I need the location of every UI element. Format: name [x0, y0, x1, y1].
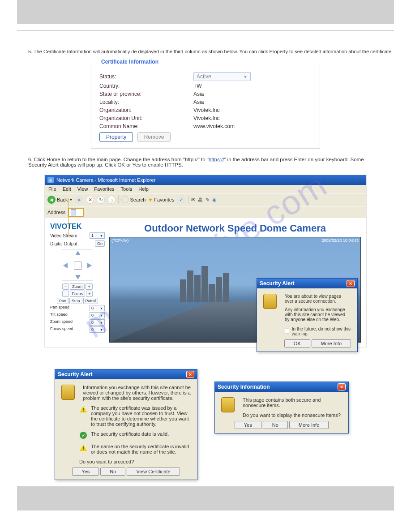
dialog2-item1: The security certificate was issued by a… — [91, 405, 191, 427]
messenger-button[interactable]: ◉ — [212, 197, 217, 203]
step6-text: 6. Click Home to return to the main page… — [17, 157, 394, 167]
pan-button[interactable]: Pan — [57, 298, 68, 304]
lock-icon — [221, 397, 235, 412]
zoom-speed-select[interactable]: 0▼ — [90, 319, 105, 326]
step5-text: 5. The Certificate Information will auto… — [17, 49, 394, 54]
focus-out-button[interactable]: – — [62, 291, 69, 297]
stop-ptz-button[interactable]: Stop — [69, 298, 82, 304]
step6-pre: 6. Click Home to return to the main page… — [28, 157, 209, 162]
lock-icon — [61, 385, 75, 400]
mail-button[interactable]: ✉ — [191, 197, 195, 203]
browser-title: Network Camera - Microsoft Internet Expl… — [56, 177, 155, 183]
star-icon: ★ — [148, 197, 153, 203]
close-icon[interactable]: × — [347, 280, 355, 287]
home-button[interactable]: ⌂ — [107, 196, 116, 204]
messenger-icon: ◉ — [212, 197, 217, 203]
ok-button[interactable]: OK — [284, 339, 310, 348]
print-icon: 🖶 — [198, 197, 203, 202]
browser-titlebar: e Network Camera - Microsoft Internet Ex… — [45, 175, 366, 185]
menu-favorites[interactable]: Favorites — [94, 186, 114, 192]
cert-org-label: Organization: — [99, 107, 193, 113]
reload-icon: ↻ — [97, 196, 105, 204]
favorites-label: Favorites — [154, 197, 174, 202]
header-bar — [17, 0, 394, 24]
back-button[interactable]: ◄ Back ▼ — [47, 196, 73, 204]
print-button[interactable]: 🖶 — [198, 197, 203, 202]
menu-edit[interactable]: Edit — [63, 186, 71, 192]
focus-label: Focus — [70, 291, 86, 297]
pan-speed-label: Pan speed — [50, 305, 69, 311]
ptz-home[interactable] — [74, 262, 82, 270]
menu-view[interactable]: View — [77, 186, 88, 192]
ptz-up[interactable] — [75, 251, 81, 255]
menu-tools[interactable]: Tools — [121, 186, 133, 192]
ok-icon: ✓ — [79, 431, 87, 439]
menu-file[interactable]: File — [48, 186, 56, 192]
more-info-button[interactable]: More Info — [289, 421, 329, 429]
dont-show-checkbox[interactable] — [285, 329, 289, 334]
remove-button[interactable]: Remove — [137, 132, 171, 142]
dialog2-title: Security Alert — [58, 371, 93, 378]
lock-icon — [263, 294, 277, 309]
edit-button[interactable]: ✎ — [206, 197, 210, 203]
dialog3-line1: This page contains both secure and nonse… — [243, 397, 342, 408]
favorites-button[interactable]: ★Favorites — [148, 197, 174, 203]
focus-in-button[interactable]: + — [86, 291, 93, 297]
close-icon[interactable]: × — [186, 371, 194, 378]
dialog2-item2: The security certificate date is valid. — [91, 431, 191, 439]
security-alert-dialog-1: Security Alert × You are about to view p… — [257, 278, 358, 352]
browser-menubar: File Edit View Favorites Tools Help — [45, 185, 366, 193]
header-rule — [17, 30, 394, 31]
search-label: Search — [130, 197, 146, 202]
cert-orgunit-label: Organization Unit: — [99, 115, 193, 121]
search-button[interactable]: Search — [121, 196, 146, 203]
cert-status-select[interactable]: Active ▼ — [193, 72, 251, 81]
patrol-button[interactable]: Patrol — [83, 298, 98, 304]
focus-speed-select[interactable]: 0▼ — [90, 326, 105, 333]
edit-icon: ✎ — [206, 197, 210, 203]
tilt-speed-select[interactable]: 0▼ — [90, 312, 105, 318]
zoom-in-button[interactable]: + — [86, 283, 92, 290]
digital-output-toggle[interactable]: On — [95, 240, 105, 247]
forward-button[interactable]: ► — [75, 196, 83, 204]
dialog1-checkbox-label: In the future, do not show this warning — [292, 326, 351, 336]
browser-toolbar: ◄ Back ▼ ► ✕ ↻ ⌂ Search ★Favorites ✓ ✉ 🖶… — [45, 193, 366, 206]
dialog1-line2: Any information you exchange with this s… — [285, 307, 351, 322]
stop-button[interactable]: ✕ — [86, 196, 94, 204]
chevron-down-icon: ▼ — [243, 74, 248, 79]
pan-speed-select[interactable]: 0▼ — [90, 305, 105, 311]
video-stream-select[interactable]: 1▼ — [90, 232, 105, 239]
zoom-out-button[interactable]: – — [62, 283, 69, 290]
ptz-down[interactable] — [75, 275, 81, 279]
ptz-left[interactable] — [63, 263, 68, 268]
address-field[interactable] — [68, 208, 84, 217]
dialog1-line1: You are about to view pages over a secur… — [285, 294, 351, 304]
zoom-label: Zoom — [70, 283, 85, 290]
view-certificate-button[interactable]: View Certificate — [127, 468, 180, 476]
yes-button[interactable]: Yes — [72, 468, 99, 476]
property-button[interactable]: Property — [99, 132, 133, 142]
back-icon: ◄ — [47, 196, 56, 204]
menu-help[interactable]: Help — [138, 186, 149, 192]
warning-icon: ! — [79, 405, 87, 413]
dialog1-title: Security Alert — [260, 280, 295, 287]
reload-button[interactable]: ↻ — [97, 196, 105, 204]
dialog2-item3: The name on the security certificate is … — [91, 444, 191, 455]
history-button[interactable]: ✓ — [177, 196, 185, 204]
address-highlight-line — [68, 198, 68, 236]
address-label: Address — [47, 210, 65, 215]
no-button[interactable]: No — [263, 421, 288, 429]
no-button[interactable]: No — [100, 468, 125, 476]
page-icon — [71, 209, 76, 215]
vivotek-logo: VIVOTEK — [50, 223, 105, 231]
ptz-right[interactable] — [87, 263, 92, 268]
https-link: https:// — [209, 157, 224, 162]
warning-icon: ! — [79, 444, 87, 452]
yes-button[interactable]: Yes — [235, 421, 261, 429]
cert-cn-value: www.vivotek.com — [193, 123, 235, 129]
address-bar-row: Address — [45, 206, 366, 218]
cert-status-value: Active — [197, 73, 211, 80]
close-icon[interactable]: × — [338, 383, 346, 390]
more-info-button[interactable]: More Info — [312, 339, 351, 348]
security-alert-dialog-2: Security Alert × Information you exchang… — [55, 369, 197, 480]
